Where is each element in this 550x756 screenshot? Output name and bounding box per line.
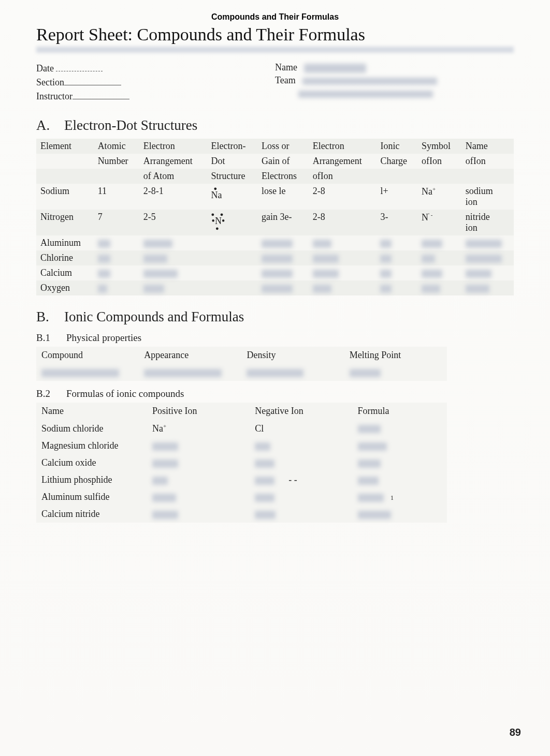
- redacted-cell: [98, 240, 110, 248]
- col-loss-2: Gain of: [257, 154, 309, 169]
- table-row-chlorine: Chlorine: [36, 250, 514, 265]
- instructor-line: Instructor: [36, 90, 275, 102]
- col-loss-1: Loss or: [257, 139, 309, 154]
- redacted-cell: [422, 285, 440, 293]
- section-a-title: Electron-Dot Structures: [64, 117, 197, 133]
- col-dot-3: Structure: [207, 169, 257, 184]
- nitrogen-loss: gain 3e-: [257, 210, 309, 235]
- redacted-cell: [350, 369, 381, 377]
- b2-col-name: Name: [36, 403, 147, 420]
- redacted-cell: [466, 285, 489, 293]
- redacted-cell: [380, 285, 392, 293]
- sodium-ion-name: sodium ion: [461, 184, 514, 210]
- nitrogen-symbol: N' -: [417, 210, 461, 235]
- nitrogen-arr-ion: 2-8: [309, 210, 377, 235]
- redacted-cell: [466, 255, 502, 263]
- nitrogen-dot: ● ● •N• ●: [207, 210, 257, 235]
- b2-title: Formulas of ionic compounds: [66, 388, 184, 399]
- redacted-cell: [41, 369, 119, 377]
- nitrogen-charge: 3-: [376, 210, 417, 235]
- redacted-cell: [466, 270, 491, 278]
- table-row-aluminum: Aluminum: [36, 235, 514, 250]
- sodium-charge: l+: [376, 184, 417, 210]
- redacted-cell: [422, 255, 435, 263]
- col-element: Element: [36, 139, 94, 154]
- date-blank[interactable]: [56, 62, 103, 71]
- electron-dot-table: Element Atomic Electron Electron- Loss o…: [36, 139, 514, 295]
- redacted-cell: [358, 442, 387, 451]
- redacted-cell: [143, 240, 172, 248]
- redacted-cell: [358, 425, 381, 433]
- redacted-cell: [422, 270, 442, 278]
- redacted-cell: [255, 494, 274, 502]
- redacted-cell: [143, 255, 167, 263]
- info-block: Date Section Instructor Name Team: [36, 60, 514, 104]
- section-a-letter: A.: [36, 117, 64, 134]
- table-row-oxygen: Oxygen: [36, 280, 514, 295]
- col-arr-3: of Atom: [139, 169, 207, 184]
- calcium-element: Calcium: [36, 265, 94, 280]
- b2-row-sodium-chloride: Sodium chloride Na+ Cl: [36, 420, 447, 437]
- redacted-cell: [152, 442, 178, 451]
- redacted-cell: [255, 459, 274, 468]
- b1-col-appearance: Appearance: [139, 347, 241, 364]
- table-row-nitrogen: Nitrogen 7 2-5 ● ● •N• ● gain 3e- 2-8 3-…: [36, 210, 514, 235]
- redacted-cell: [143, 270, 178, 278]
- b2-lip-name: Lithium phosphide: [36, 471, 147, 488]
- b2-row-lithium-phosphide: Lithium phosphide - -: [36, 471, 447, 488]
- col-arr2-2: Arrangement: [309, 154, 377, 169]
- redacted-cell: [313, 270, 339, 278]
- b1-header-row: Compound Appearance Density Melting Poin…: [36, 347, 447, 364]
- physical-properties-table: Compound Appearance Density Melting Poin…: [36, 347, 447, 381]
- section-blank[interactable]: [64, 76, 121, 85]
- nitrogen-element: Nitrogen: [36, 210, 94, 235]
- b1-number: B.1: [36, 332, 66, 344]
- sodium-element: Sodium: [36, 184, 94, 210]
- col-arr-2: Arrangement: [139, 154, 207, 169]
- col-loss-3: Electrons: [257, 169, 309, 184]
- redacted-cell: [98, 285, 107, 293]
- ionic-formulas-table: Name Positive Ion Negative Ion Formula S…: [36, 403, 447, 523]
- b1-title: Physical properties: [66, 332, 141, 343]
- section-b-title: Ionic Compounds and Formulas: [64, 309, 244, 324]
- b1-col-compound: Compound: [36, 347, 139, 364]
- section-a-heading: A.Electron-Dot Structures: [36, 117, 514, 134]
- redacted-cell: [98, 255, 110, 263]
- sodium-arrangement: 2-8-1: [139, 184, 207, 210]
- aluminum-element: Aluminum: [36, 235, 94, 250]
- redacted-cell: [262, 285, 293, 293]
- col-ionic-1: Ionic: [376, 139, 417, 154]
- b2-can-name: Calcium nitride: [36, 506, 147, 523]
- instructor-blank[interactable]: [73, 90, 129, 99]
- col-arr-1: Electron: [139, 139, 207, 154]
- page-title: Report Sheet: Compounds and Their Formul…: [36, 25, 514, 45]
- redacted-cell: [152, 511, 178, 519]
- nitrogen-arrangement: 2-5: [139, 210, 207, 235]
- b2-nacl-name: Sodium chloride: [36, 420, 147, 437]
- col-name-2: ofIon: [461, 154, 514, 169]
- sodium-dot: ● Na: [207, 184, 257, 210]
- b2-als-name: Aluminum sulfide: [36, 488, 147, 506]
- redacted-cell: [98, 270, 110, 278]
- redacted-cell: [255, 511, 276, 519]
- section-label: Section: [36, 77, 64, 87]
- b2-nacl-neg: Cl: [250, 420, 352, 437]
- instructor-label: Instructor: [36, 91, 73, 101]
- table-row-calcium: Calcium: [36, 265, 514, 280]
- b1-subhead: B.1Physical properties: [36, 332, 514, 344]
- b2-subhead: B.2Formulas of ionic compounds: [36, 388, 514, 399]
- table-a-header-row-1: Element Atomic Electron Electron- Loss o…: [36, 139, 514, 154]
- title-underline-decoration: [36, 47, 514, 53]
- redacted-cell: [313, 240, 331, 248]
- b1-data-row: [36, 364, 447, 381]
- nitrogen-dot-bot: ●: [211, 226, 225, 230]
- redacted-cell: [380, 255, 392, 263]
- redacted-cell: [262, 255, 293, 263]
- redacted-cell: [313, 285, 331, 293]
- oxygen-element: Oxygen: [36, 280, 94, 295]
- col-atomic-2: Number: [94, 154, 139, 169]
- page: Compounds and Their Formulas Report Shee…: [0, 0, 550, 756]
- nitrogen-dot-symbol: N: [215, 216, 222, 226]
- redacted-cell: [358, 494, 384, 502]
- b2-number: B.2: [36, 388, 66, 399]
